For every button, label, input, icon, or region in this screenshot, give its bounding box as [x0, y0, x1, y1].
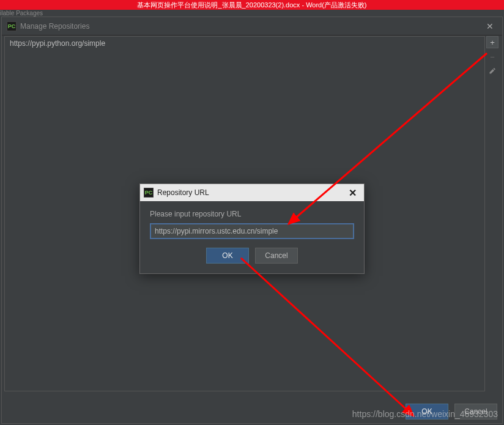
modal-titlebar: PC Repository URL ✕ — [140, 184, 364, 201]
truncated-background-label: ilable Packages — [0, 10, 49, 16]
modal-cancel-button[interactable]: Cancel — [255, 248, 298, 264]
plus-icon: + — [490, 38, 495, 47]
modal-close-button[interactable]: ✕ — [345, 187, 360, 199]
repository-url-dialog: PC Repository URL ✕ Please input reposit… — [139, 183, 365, 274]
edit-repository-button[interactable] — [486, 65, 498, 78]
watermark: https://blog.csdn.net/weixin_46932303 — [352, 409, 498, 419]
main-window-title: Manage Repositories — [20, 22, 483, 31]
modal-ok-button[interactable]: OK — [206, 248, 249, 264]
repository-url-input[interactable] — [150, 223, 354, 239]
main-close-button[interactable]: ✕ — [483, 20, 497, 32]
remove-repository-button[interactable]: − — [486, 51, 498, 63]
minus-icon: − — [490, 53, 495, 62]
repository-item[interactable]: https://pypi.python.org/simple — [5, 37, 484, 50]
add-repository-button[interactable]: + — [486, 36, 498, 48]
modal-label: Please input repository URL — [150, 210, 354, 218]
modal-title: Repository URL — [157, 188, 345, 197]
pycharm-icon: PC — [7, 21, 17, 31]
pycharm-icon: PC — [144, 188, 154, 198]
main-titlebar: PC Manage Repositories ✕ — [2, 17, 502, 35]
pencil-icon — [489, 67, 496, 76]
modal-footer: OK Cancel — [150, 248, 354, 264]
modal-body: Please input repository URL OK Cancel — [140, 201, 364, 273]
word-title-text: 基本网页操作平台使用说明_张晨晨_20200323(2).docx - Word… — [137, 1, 366, 9]
word-titlebar: 基本网页操作平台使用说明_张晨晨_20200323(2).docx - Word… — [0, 0, 504, 10]
side-toolbar: + − — [486, 36, 500, 78]
